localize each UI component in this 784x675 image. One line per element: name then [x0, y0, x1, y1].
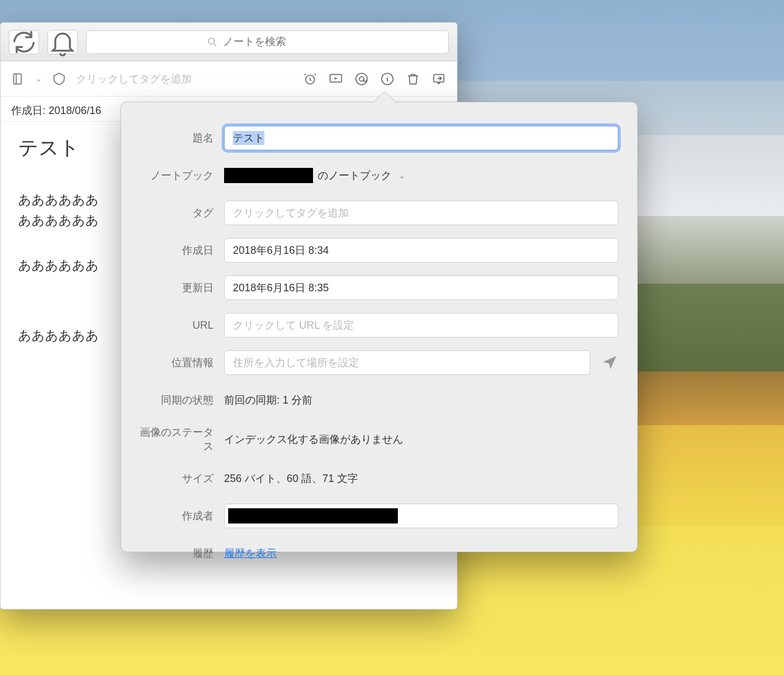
label-author: 作成者: [133, 509, 224, 523]
url-input[interactable]: [224, 313, 618, 337]
presentation-icon: [328, 71, 343, 87]
tags-input[interactable]: [224, 201, 618, 225]
image-status: インデックス化する画像がありません: [224, 432, 403, 446]
view-options-button[interactable]: [10, 70, 27, 88]
svg-point-5: [359, 77, 364, 81]
svg-point-0: [208, 38, 214, 44]
label-created: 作成日: [133, 243, 224, 257]
label-sync: 同期の状態: [133, 393, 224, 407]
note-action-bar: ⌄ クリックしてタグを追加: [1, 61, 457, 97]
main-toolbar: [1, 23, 457, 61]
label-image-status: 画像のステータス: [133, 425, 224, 453]
search-field[interactable]: [86, 30, 449, 54]
created-date: 2018/06/16: [49, 105, 101, 116]
info-button[interactable]: [379, 70, 396, 88]
alarm-icon: [302, 71, 318, 87]
reminder-button[interactable]: [301, 70, 319, 88]
created-input[interactable]: [224, 238, 618, 263]
notebook-selector[interactable]: のノートブック ⌄: [224, 168, 618, 183]
bell-icon: [48, 27, 77, 57]
notebook-icon[interactable]: [50, 70, 68, 88]
label-history: 履歴: [133, 546, 224, 560]
info-icon: [380, 71, 395, 87]
chevron-down-icon: ⌄: [398, 171, 405, 180]
location-arrow-icon: [601, 354, 618, 371]
sync-button[interactable]: [9, 30, 39, 54]
share-icon: [431, 71, 446, 87]
redacted-notebook-owner: [224, 168, 313, 183]
note-info-popover: 題名 ノートブック のノートブック ⌄ タグ 作成日 更新日 URL: [121, 102, 638, 552]
label-size: サイズ: [133, 471, 224, 485]
trash-icon: [405, 71, 421, 87]
svg-rect-1: [13, 74, 21, 84]
updated-input[interactable]: [224, 275, 618, 300]
search-input[interactable]: [223, 36, 328, 48]
trash-button[interactable]: [404, 70, 422, 88]
sync-icon: [9, 27, 39, 57]
label-location: 位置情報: [133, 356, 224, 370]
created-label: 作成日:: [11, 105, 46, 116]
label-url: URL: [133, 319, 224, 332]
present-button[interactable]: [327, 70, 345, 88]
label-title: 題名: [133, 131, 224, 145]
label-notebook: ノートブック: [133, 168, 224, 182]
size-value: 256 バイト、60 語、71 文字: [224, 471, 358, 485]
sync-status: 前回の同期: 1 分前: [224, 393, 312, 407]
notebook-suffix: のノートブック: [318, 168, 391, 182]
at-icon: [354, 71, 369, 87]
tag-input[interactable]: クリックしてタグを追加: [76, 72, 192, 86]
history-link[interactable]: 履歴を表示: [224, 546, 277, 560]
label-updated: 更新日: [133, 281, 224, 295]
annotate-button[interactable]: [353, 70, 370, 88]
redacted-author: [228, 508, 398, 524]
label-tags: タグ: [133, 206, 224, 220]
notifications-button[interactable]: [47, 30, 78, 54]
author-input[interactable]: [224, 504, 618, 528]
locate-button[interactable]: [601, 354, 618, 371]
svg-point-4: [356, 73, 367, 85]
search-icon: [207, 36, 218, 48]
share-button[interactable]: [430, 70, 448, 88]
location-input[interactable]: [224, 350, 590, 375]
title-input[interactable]: [224, 126, 618, 150]
